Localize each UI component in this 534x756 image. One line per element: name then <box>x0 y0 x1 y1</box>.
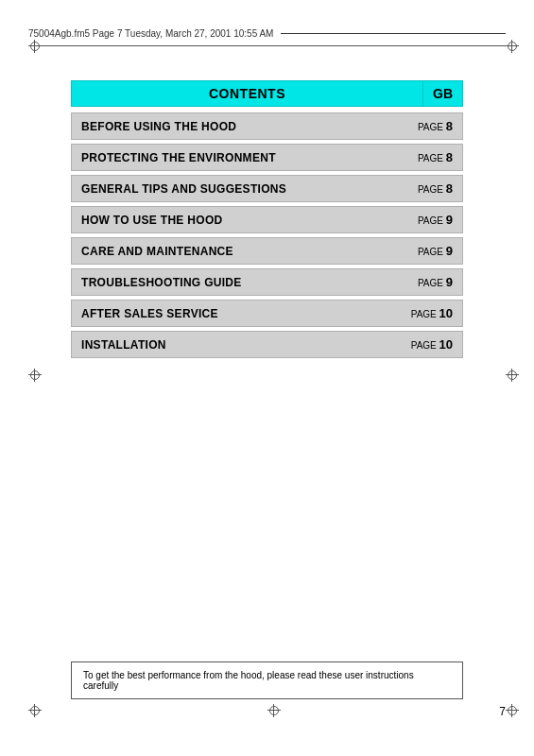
page-num-2: 8 <box>446 181 453 196</box>
footer-box: To get the best performance from the hoo… <box>71 662 463 699</box>
page-num-7: 10 <box>439 337 453 352</box>
page-num-6: 10 <box>439 306 453 320</box>
toc-label-5: TROUBLESHOOTING GUIDE <box>72 270 396 295</box>
content-area: CONTENTS GB BEFORE USING THE HOODPAGE 8P… <box>71 80 463 362</box>
page-num-4: 9 <box>446 244 453 258</box>
toc-row-3: HOW TO USE THE HOODPAGE 9 <box>71 206 463 233</box>
toc-row-2: GENERAL TIPS AND SUGGESTIONSPAGE 8 <box>71 175 463 202</box>
toc-page-5: PAGE 9 <box>396 269 462 295</box>
page: 75004Agb.fm5 Page 7 Tuesday, March 27, 2… <box>0 0 534 756</box>
toc-row-5: TROUBLESHOOTING GUIDEPAGE 9 <box>71 268 463 296</box>
toc-page-7: PAGE 10 <box>396 332 462 357</box>
toc-row-1: PROTECTING THE ENVIRONMENTPAGE 8 <box>71 144 463 171</box>
contents-title-text: CONTENTS <box>209 86 285 101</box>
toc-label-7: INSTALLATION <box>72 333 396 357</box>
contents-title: CONTENTS <box>71 80 423 107</box>
toc-page-6: PAGE 10 <box>396 301 462 326</box>
page-num-0: 8 <box>446 119 453 133</box>
toc-label-3: HOW TO USE THE HOOD <box>72 208 396 232</box>
page-word-6: PAGE <box>411 309 439 319</box>
toc-row-7: INSTALLATIONPAGE 10 <box>71 331 463 358</box>
toc-label-2: GENERAL TIPS AND SUGGESTIONS <box>72 177 396 201</box>
page-word-3: PAGE <box>418 215 446 226</box>
page-word-7: PAGE <box>411 340 439 351</box>
toc-row-0: BEFORE USING THE HOODPAGE 8 <box>71 112 463 140</box>
toc-label-1: PROTECTING THE ENVIRONMENT <box>72 146 396 170</box>
toc-page-1: PAGE 8 <box>396 145 462 170</box>
toc-page-0: PAGE 8 <box>396 113 462 139</box>
contents-gb: GB <box>423 80 463 107</box>
contents-header: CONTENTS GB <box>71 80 463 107</box>
page-number: 7 <box>499 705 506 718</box>
header-filename-text: 75004Agb.fm5 Page 7 Tuesday, March 27, 2… <box>28 28 273 39</box>
toc-table: BEFORE USING THE HOODPAGE 8PROTECTING TH… <box>71 112 463 358</box>
header-divider <box>28 45 506 46</box>
page-word-2: PAGE <box>418 184 446 195</box>
toc-page-2: PAGE 8 <box>396 176 462 201</box>
toc-label-4: CARE AND MAINTENANCE <box>72 239 396 264</box>
toc-row-4: CARE AND MAINTENANCEPAGE 9 <box>71 237 463 265</box>
page-word-0: PAGE <box>418 122 446 132</box>
page-word-4: PAGE <box>418 247 446 257</box>
footer-text: To get the best performance from the hoo… <box>83 670 414 691</box>
contents-gb-text: GB <box>433 86 453 101</box>
header-filename: 75004Agb.fm5 Page 7 Tuesday, March 27, 2… <box>28 28 506 39</box>
page-word-1: PAGE <box>418 153 446 163</box>
page-num-1: 8 <box>446 150 453 164</box>
page-num-5: 9 <box>446 275 453 289</box>
page-num-3: 9 <box>446 213 453 227</box>
toc-label-6: AFTER SALES SERVICE <box>72 301 396 326</box>
toc-row-6: AFTER SALES SERVICEPAGE 10 <box>71 300 463 327</box>
toc-page-3: PAGE 9 <box>396 207 462 232</box>
page-number-value: 7 <box>499 705 506 718</box>
page-word-5: PAGE <box>418 278 446 288</box>
toc-page-4: PAGE 9 <box>396 238 462 264</box>
toc-label-0: BEFORE USING THE HOOD <box>72 114 396 139</box>
